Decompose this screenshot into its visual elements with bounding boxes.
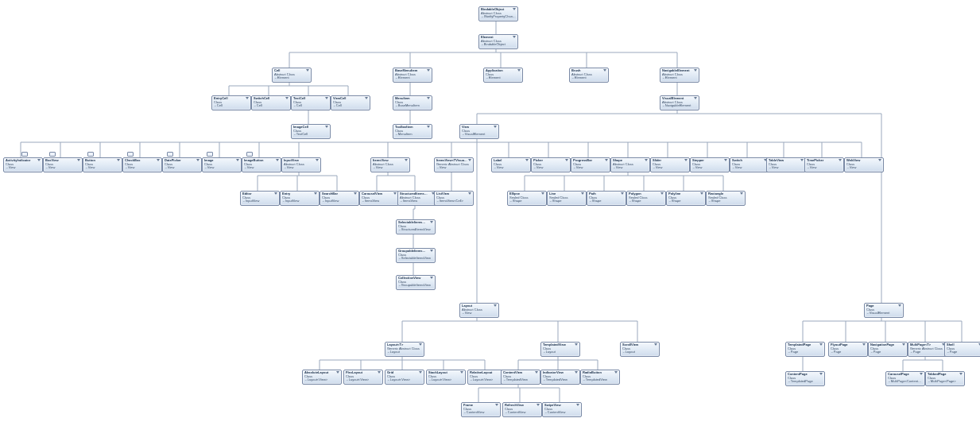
class-node-baseMenuItem[interactable]: BaseMenuItemAbstract ClassElement (393, 68, 432, 83)
chevron-down-icon (419, 371, 422, 374)
class-node-layoutT[interactable]: Layout<T>Generic Abstract ClassLayout (385, 342, 424, 357)
class-node-entry[interactable]: EntryClassInputView (280, 191, 320, 206)
class-node-viewCell[interactable]: ViewCellClassCell (331, 95, 370, 110)
class-node-itemsView[interactable]: ItemsViewAbstract ClassView (370, 157, 410, 172)
class-node-menuItem[interactable]: MenuItemClassBaseMenuItem (393, 95, 432, 110)
class-node-textCell[interactable]: TextCellClassCell (291, 95, 331, 110)
class-node-page[interactable]: PageClassVisualElement (864, 303, 904, 318)
chevron-down-icon (535, 371, 538, 374)
class-base: ItemsView (362, 199, 397, 203)
collapsed-stub[interactable] (49, 152, 56, 157)
class-node-label[interactable]: LabelClassView (491, 157, 531, 172)
collapsed-stub[interactable] (207, 152, 213, 157)
class-node-contentView[interactable]: ContentViewClassTemplatedView (501, 370, 540, 385)
class-base: StructuredItemsView (398, 228, 433, 232)
chevron-down-icon (517, 69, 521, 72)
class-node-flexLayout[interactable]: FlexLayoutClassLayout<View> (343, 370, 383, 385)
class-node-line[interactable]: LineSealed ClassShape (547, 191, 587, 206)
class-node-cell[interactable]: CellAbstract ClassElement (272, 68, 312, 83)
class-node-progressBar[interactable]: ProgressBarClassView (571, 157, 610, 172)
class-node-swipeView[interactable]: SwipeViewClassContentView (542, 402, 582, 417)
class-node-toolbarItem[interactable]: ToolbarItemClassMenuItem (393, 124, 432, 139)
class-node-groupableItems[interactable]: GroupableItems…ClassSelectableItemsView (396, 248, 436, 263)
class-base: ContentView (463, 411, 498, 415)
class-node-bindableObject[interactable]: BindableObjectAbstract ClassINotifyPrope… (478, 6, 518, 21)
class-node-templatedView[interactable]: TemplatedViewClassLayout (540, 342, 580, 357)
class-node-grid[interactable]: GridClassLayout<View> (385, 370, 424, 385)
chevron-down-icon (565, 159, 568, 161)
class-node-entryCell[interactable]: EntryCellClassCell (211, 95, 251, 110)
chevron-down-icon (605, 159, 608, 161)
class-node-listView[interactable]: ListViewClassItemsView<Cell> (434, 191, 474, 206)
class-node-view[interactable]: ViewClassVisualElement (459, 124, 499, 139)
collapsed-stub[interactable] (167, 152, 173, 157)
class-node-templatedPage[interactable]: TemplatedPageClassPage (785, 342, 825, 357)
class-node-tableView[interactable]: TableViewClassView (766, 157, 806, 172)
class-node-polygon[interactable]: PolygonSealed ClassShape (626, 191, 666, 206)
class-node-polyline[interactable]: PolylineClassShape (666, 191, 706, 206)
class-node-stepper[interactable]: StepperClassView (690, 157, 730, 172)
class-node-stackLayout[interactable]: StackLayoutClassLayout<View> (426, 370, 466, 385)
class-node-itemsViewTVisual[interactable]: ItemsView<TVisua…Generic Abstract ClassV… (434, 157, 474, 172)
collapsed-stub[interactable] (246, 152, 253, 157)
class-node-picker[interactable]: PickerClassView (531, 157, 571, 172)
class-node-imageCell[interactable]: ImageCellClassTextCell (291, 124, 331, 139)
class-node-activityIndicator[interactable]: ActivityIndicatorClassView (3, 157, 43, 172)
class-base: InputView (322, 199, 357, 203)
class-node-absoluteLayout[interactable]: AbsoluteLayoutClassLayout<View> (302, 370, 342, 385)
class-node-flyoutPage[interactable]: FlyoutPageClassPage (828, 342, 868, 357)
class-node-inputView[interactable]: InputViewAbstract ClassView (281, 157, 321, 172)
class-node-visualElement[interactable]: VisualElementAbstract ClassNavigableElem… (660, 95, 699, 110)
chevron-down-icon (581, 192, 584, 195)
collapsed-stub[interactable] (87, 152, 94, 157)
class-node-refreshView[interactable]: RefreshViewClassContentView (502, 402, 542, 417)
class-node-datePicker[interactable]: DatePickerClassView (162, 157, 202, 172)
class-node-collectionView[interactable]: CollectionViewClassGroupableItemsView (396, 275, 436, 290)
class-node-element[interactable]: ElementAbstract ClassBindableObject (478, 34, 518, 49)
class-node-tabbedPage[interactable]: TabbedPageClassMultiPage<Page> (925, 371, 965, 386)
class-base: Layout (543, 350, 578, 354)
class-node-searchBar[interactable]: SearchBarClassInputView (320, 191, 359, 206)
class-node-slider[interactable]: SliderClassView (650, 157, 690, 172)
class-node-webView[interactable]: WebViewClassView (844, 157, 884, 172)
class-node-indicatorView[interactable]: IndicatorViewClassTemplatedView (540, 370, 580, 385)
collapsed-stub[interactable] (127, 152, 134, 157)
chevron-down-icon (405, 159, 408, 161)
chevron-down-icon (645, 159, 648, 161)
class-node-brush[interactable]: BrushAbstract ClassElement (569, 68, 609, 83)
class-node-radioButton[interactable]: RadioButtonClassTemplatedView (580, 370, 620, 385)
class-node-scrollView[interactable]: ScrollViewClassLayout (620, 342, 660, 357)
class-node-image[interactable]: ImageClassView (202, 157, 242, 172)
class-node-rectangle[interactable]: RectangleSealed ClassShape (706, 191, 746, 206)
class-node-carouselPage[interactable]: CarouselPageClassMultiPage<ContentPa… (885, 371, 925, 386)
class-base: InputView (282, 199, 317, 203)
class-node-multiPage[interactable]: MultiPage<T>Generic Abstract ClassPage (908, 342, 947, 357)
chevron-down-icon (654, 343, 657, 346)
class-node-contentPage[interactable]: ContentPageClassTemplatedPage (785, 371, 825, 386)
class-node-application[interactable]: ApplicationClassElement (483, 68, 523, 83)
class-node-switch[interactable]: SwitchClassView (730, 157, 769, 172)
class-base: Element (395, 76, 430, 80)
class-node-layout[interactable]: LayoutAbstract ClassView (459, 303, 499, 318)
class-node-shape[interactable]: ShapeAbstract ClassView (610, 157, 650, 172)
class-node-carouselView[interactable]: CarouselViewClassItemsView (359, 191, 399, 206)
class-node-switchCell[interactable]: SwitchCellClassCell (251, 95, 291, 110)
class-node-shell[interactable]: ShellClassPage (944, 342, 980, 357)
class-node-timePicker[interactable]: TimePickerClassView (804, 157, 844, 172)
class-node-boxView[interactable]: BoxViewClassView (43, 157, 83, 172)
chevron-down-icon (117, 159, 120, 161)
class-node-navigationPage[interactable]: NavigationPageClassPage (868, 342, 908, 357)
class-node-checkBox[interactable]: CheckBoxClassView (122, 157, 162, 172)
class-node-navigableElement[interactable]: NavigableElementAbstract ClassElement (660, 68, 699, 83)
class-node-selectableItems[interactable]: SelectableItems…ClassStructuredItemsView (396, 219, 436, 234)
class-node-editor[interactable]: EditorClassInputView (240, 191, 280, 206)
chevron-down-icon (354, 192, 357, 195)
class-node-button[interactable]: ButtonClassView (83, 157, 122, 172)
class-node-ellipse[interactable]: EllipseSealed ClassShape (507, 191, 547, 206)
class-node-path[interactable]: PathClassShape (587, 191, 626, 206)
collapsed-stub[interactable] (21, 152, 28, 157)
class-node-structuredItems[interactable]: StructuredItems…Abstract ClassItemsView (397, 191, 437, 206)
class-base: Layout<View> (304, 378, 339, 382)
class-node-imageButton[interactable]: ImageButtonClassView (242, 157, 281, 172)
class-node-frame[interactable]: FrameClassContentView (461, 402, 501, 417)
